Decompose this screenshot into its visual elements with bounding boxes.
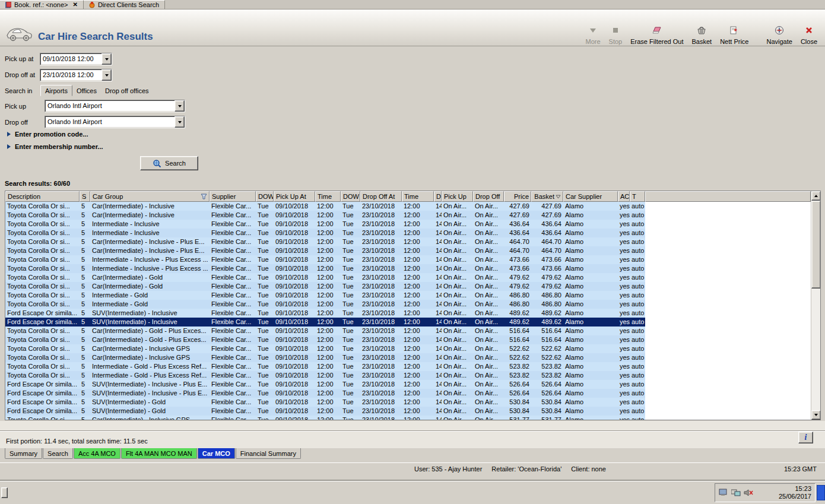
tab-close-icon[interactable]: ✕ <box>73 2 78 8</box>
cell-dow-pickup: Tue <box>256 327 274 335</box>
dropoff-combo[interactable]: Orlando Intl Airport <box>45 116 185 128</box>
table-row[interactable]: Toyota Corolla Or si...5Car(Intermediate… <box>5 344 645 353</box>
column-header-dow-pickup[interactable]: DOW <box>256 191 274 202</box>
language-bar-icon[interactable] <box>817 485 825 500</box>
column-header-supplier[interactable]: Supplier <box>210 191 256 202</box>
pickup-at-combo[interactable]: 09/10/2018 12:00 <box>40 53 112 65</box>
page-title: Car Hire Search Results <box>38 31 153 43</box>
cell-supplier: Flexible Car... <box>210 380 256 389</box>
tab-flt-4a-man-mco-man[interactable]: Flt 4A MAN MCO MAN <box>121 448 197 459</box>
tab-booking-reference[interactable]: Book. ref.: <none> ✕ <box>0 0 84 9</box>
info-button[interactable]: i <box>798 432 813 443</box>
column-header-dropoff-office[interactable]: Drop Off <box>473 191 504 202</box>
column-header-ac[interactable]: AC <box>618 191 630 202</box>
tab-summary[interactable]: Summary <box>5 448 42 459</box>
display-tray-icon[interactable] <box>719 489 728 497</box>
table-row[interactable]: Ford Escape Or simila...5SUV(Intermediat… <box>5 318 645 327</box>
column-header-pickup-at[interactable]: Pick Up At <box>274 191 315 202</box>
table-row[interactable]: Toyota Corolla Or si...5Intermediate - G… <box>5 362 645 371</box>
table-row[interactable]: Toyota Corolla Or si...5Car(Intermediate… <box>5 211 645 220</box>
pickup-dropdown-icon[interactable] <box>174 100 185 112</box>
table-row[interactable]: Ford Escape Or simila...5SUV(Intermediat… <box>5 380 645 389</box>
taskbar-time: 15:23 <box>779 485 811 493</box>
table-row[interactable]: Toyota Corolla Or si...5Car(Intermediate… <box>5 282 645 291</box>
column-header-description[interactable]: Description <box>5 191 80 202</box>
table-row[interactable]: Toyota Corolla Or si...5Intermediate - G… <box>5 300 645 309</box>
table-row[interactable]: Toyota Corolla Or si...5Car(Intermediate… <box>5 273 645 282</box>
cell-dropoff-office: On Air... <box>473 353 504 362</box>
table-row[interactable]: Toyota Corolla Or si...5Car(Intermediate… <box>5 202 645 211</box>
promotion-code-expander[interactable]: Enter promotion code... <box>7 131 88 138</box>
pickup-at-dropdown-icon[interactable] <box>101 53 112 65</box>
scrollbar-thumb[interactable] <box>811 201 821 289</box>
column-header-dow-dropoff[interactable]: DOW <box>341 191 360 202</box>
table-row[interactable]: Toyota Corolla Or si...5Car(Intermediate… <box>5 237 645 246</box>
table-row[interactable]: Ford Escape Or simila...5SUV(Intermediat… <box>5 398 645 407</box>
column-header-pickup-time[interactable]: Time <box>315 191 341 202</box>
cell-pickup-time: 12:00 <box>315 335 341 344</box>
cell-transmission: auto <box>630 237 645 246</box>
table-row[interactable]: Toyota Corolla Or si...5Intermediate - I… <box>5 264 645 273</box>
cell-car-group: Car(Intermediate) - Gold - Plus Exces... <box>90 335 210 344</box>
pickup-combo[interactable]: Orlando Intl Airport <box>45 100 185 112</box>
column-header-dropoff-time[interactable]: Time <box>402 191 434 202</box>
erase-filtered-out-button[interactable]: Erase Filtered Out <box>626 25 687 45</box>
table-row[interactable]: Toyota Corolla Or si...5Intermediate - I… <box>5 229 645 237</box>
close-button[interactable]: Close <box>797 25 821 45</box>
network-tray-icon[interactable] <box>731 489 741 497</box>
cell-dropoff-at: 23/10/2018 <box>360 362 402 371</box>
column-header-days[interactable]: D <box>434 191 442 202</box>
scroll-up-icon[interactable] <box>811 191 821 201</box>
tab-airports[interactable]: Airports <box>40 85 72 96</box>
table-row[interactable]: Toyota Corolla Or si...5Car(Intermediate… <box>5 246 645 255</box>
column-header-car-supplier[interactable]: Car Supplier <box>563 191 618 202</box>
membership-number-expander[interactable]: Enter membership number... <box>7 143 103 150</box>
dropoff-at-combo[interactable]: 23/10/2018 12:00 <box>40 69 112 81</box>
tab-dropoff-offices[interactable]: Drop off offices <box>101 85 153 96</box>
tab-offices[interactable]: Offices <box>72 85 101 96</box>
column-header-pickup-office[interactable]: Pick Up <box>442 191 473 202</box>
cell-pickup-time: 12:00 <box>315 273 341 282</box>
vertical-scrollbar[interactable] <box>811 191 820 420</box>
table-row[interactable]: Toyota Corolla Or si...5Intermediate - I… <box>5 220 645 229</box>
column-header-price[interactable]: Price <box>504 191 531 202</box>
tab-car-mco[interactable]: Car MCO <box>198 448 235 459</box>
table-row[interactable]: Toyota Corolla Or si...5Car(Intermediate… <box>5 353 645 362</box>
column-header-transmission[interactable]: T <box>630 191 645 202</box>
column-header-car-group[interactable]: Car Group <box>90 191 210 202</box>
dropoff-at-dropdown-icon[interactable] <box>101 69 112 81</box>
table-row[interactable]: Ford Escape Or simila...5SUV(Intermediat… <box>5 309 645 318</box>
search-icon <box>153 159 161 168</box>
volume-muted-tray-icon[interactable] <box>744 489 753 497</box>
cell-dropoff-at: 23/10/2018 <box>360 407 402 416</box>
tab-financial-summary[interactable]: Financial Summary <box>236 448 301 459</box>
cell-car-group: Intermediate - Inclusive <box>90 220 210 229</box>
filter-funnel-icon[interactable] <box>201 194 207 200</box>
navigate-button[interactable]: Navigate <box>762 25 796 45</box>
search-button[interactable]: Search <box>140 156 198 170</box>
nett-price-button[interactable]: * Nett Price <box>716 25 753 45</box>
table-row[interactable]: Toyota Corolla Or si...5Car(Intermediate… <box>5 327 645 335</box>
dropoff-dropdown-icon[interactable] <box>174 116 185 128</box>
column-header-dropoff-at[interactable]: Drop Off At <box>360 191 402 202</box>
column-header-seats[interactable]: S <box>80 191 90 202</box>
search-results-count: Search results: 60/60 <box>5 180 70 187</box>
basket-button[interactable]: Basket <box>688 25 716 45</box>
table-row[interactable]: Toyota Corolla Or si...5Intermediate - G… <box>5 291 645 300</box>
cell-days: 14 <box>434 327 442 335</box>
table-row[interactable]: Ford Escape Or simila...5SUV(Intermediat… <box>5 407 645 416</box>
table-row[interactable]: Toyota Corolla Or si...5Car(Intermediate… <box>5 335 645 344</box>
column-header-basket[interactable]: Basket <box>531 191 563 202</box>
quick-launch-handle[interactable] <box>1 487 8 498</box>
tab-search[interactable]: Search <box>43 448 73 459</box>
table-row[interactable]: Toyota Corolla Or si...5Car(Intermediate… <box>5 416 645 420</box>
tab-direct-clients-search[interactable]: Direct Clients Search <box>84 0 165 9</box>
scroll-down-icon[interactable] <box>811 410 821 420</box>
table-row[interactable]: Ford Escape Or simila...5SUV(Intermediat… <box>5 389 645 398</box>
table-row[interactable]: Toyota Corolla Or si...5Intermediate - I… <box>5 255 645 264</box>
taskbar-clock[interactable]: 15:23 25/06/2017 <box>779 485 811 500</box>
cell-pickup-time: 12:00 <box>315 211 341 220</box>
table-row[interactable]: Toyota Corolla Or si...5Intermediate - G… <box>5 371 645 380</box>
cell-pickup-at: 09/10/2018 <box>274 398 315 407</box>
tab-acc-4a-mco[interactable]: Acc 4A MCO <box>74 448 120 459</box>
